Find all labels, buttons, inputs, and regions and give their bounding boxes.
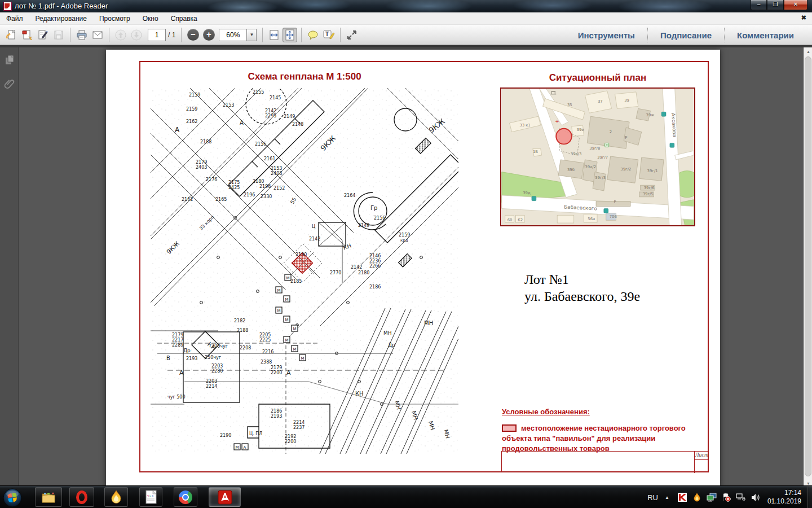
svg-text:2179: 2179 xyxy=(196,160,207,165)
previous-page-button[interactable] xyxy=(113,28,128,42)
zoom-level-control[interactable]: 60% ▼ xyxy=(219,29,257,41)
zoom-in-button[interactable]: + xyxy=(201,28,216,42)
panel-tab[interactable]: Комментарии xyxy=(725,30,806,40)
menu-item[interactable]: Просмотр xyxy=(93,13,136,24)
open-button[interactable] xyxy=(4,28,19,42)
svg-text:2200: 2200 xyxy=(285,439,296,444)
volume-icon[interactable] xyxy=(750,492,761,503)
remote-monitors-icon[interactable] xyxy=(706,492,717,503)
close-button[interactable]: ✕ xyxy=(784,0,807,10)
tray-expand-icon[interactable]: ▲ xyxy=(665,495,669,500)
panel-tab[interactable]: Инструменты xyxy=(566,30,647,40)
legend-swatch-icon xyxy=(502,424,517,432)
menu-item[interactable]: Файл xyxy=(0,13,29,24)
save-button[interactable] xyxy=(51,28,66,42)
network-icon[interactable] xyxy=(735,492,747,503)
svg-text:60: 60 xyxy=(508,218,513,222)
svg-text:2770: 2770 xyxy=(330,270,341,275)
zoom-dropdown-icon[interactable]: ▼ xyxy=(247,29,257,41)
svg-text:2146: 2146 xyxy=(369,253,381,259)
action-center-flag-icon[interactable] xyxy=(721,492,732,503)
start-button[interactable] xyxy=(2,488,23,508)
menu-bar: ФайлРедактированиеПросмотрОкноСправка ✖ xyxy=(0,12,812,25)
svg-text:2: 2 xyxy=(610,130,612,134)
svg-text:2159: 2159 xyxy=(186,107,197,112)
sign-button[interactable] xyxy=(36,28,50,42)
taskbar-explorer-button[interactable] xyxy=(35,487,62,507)
flame-tray-icon[interactable] xyxy=(691,492,703,503)
svg-text:39г/6: 39г/6 xyxy=(644,186,655,190)
svg-text:2192: 2192 xyxy=(285,434,296,439)
svg-text:2145: 2145 xyxy=(270,95,281,100)
taskbar-flame-app-button[interactable] xyxy=(104,487,128,507)
genplan-drawing: ММММММММММА 2159215521532145215921422295… xyxy=(151,88,458,454)
fullscreen-button[interactable] xyxy=(345,28,359,42)
svg-text:2196: 2196 xyxy=(244,192,255,198)
title-bar: лот № 1.pdf - Adobe Reader – ❐ ✕ xyxy=(0,0,812,12)
pdf-page: Схема генплана М 1:500 Ситуационный план xyxy=(106,50,720,488)
fit-width-button[interactable] xyxy=(267,28,281,42)
svg-text:37: 37 xyxy=(598,99,603,104)
minimize-button[interactable]: – xyxy=(751,0,767,10)
svg-text:2188: 2188 xyxy=(237,328,248,333)
next-page-button[interactable] xyxy=(129,28,144,42)
svg-text:2182: 2182 xyxy=(234,318,245,323)
kaspersky-icon[interactable] xyxy=(677,492,688,503)
svg-text:А: А xyxy=(175,126,180,134)
clock[interactable]: 17:14 01.10.2019 xyxy=(767,489,801,506)
svg-text:2237: 2237 xyxy=(293,425,304,430)
scrollbar-thumb[interactable] xyxy=(805,56,811,476)
attachments-icon[interactable] xyxy=(4,78,15,90)
lot-number: Лот №1 xyxy=(524,271,640,288)
svg-text:2153: 2153 xyxy=(223,103,234,108)
svg-text:2185: 2185 xyxy=(290,279,302,284)
scroll-up-icon[interactable]: ▲ xyxy=(804,47,812,56)
vertical-scrollbar[interactable]: ▲ ▼ xyxy=(804,47,812,488)
svg-text:39г/3: 39г/3 xyxy=(595,176,606,180)
comment-button[interactable] xyxy=(306,28,320,42)
svg-text:2186: 2186 xyxy=(271,409,282,414)
sheet-label: Лист xyxy=(695,452,709,460)
svg-text:2403: 2403 xyxy=(271,171,282,176)
svg-text:39е: 39е xyxy=(577,128,584,132)
email-button[interactable] xyxy=(90,28,105,42)
restore-button[interactable]: ❐ xyxy=(767,0,784,10)
language-indicator[interactable]: RU xyxy=(647,493,658,502)
print-button[interactable] xyxy=(74,28,89,42)
svg-text:2214: 2214 xyxy=(293,420,304,425)
svg-text:2164: 2164 xyxy=(344,193,355,198)
close-document-icon[interactable]: ✖ xyxy=(801,14,806,21)
svg-text:2159: 2159 xyxy=(399,233,410,238)
page-thumbnails-icon[interactable] xyxy=(4,54,15,65)
genplan-title: Схема генплана М 1:500 xyxy=(151,71,458,82)
svg-text:Ц. ПЛ: Ц. ПЛ xyxy=(249,431,262,436)
show-desktop-button[interactable] xyxy=(807,486,812,508)
svg-text:М: М xyxy=(277,309,280,313)
text-markup-button[interactable]: T xyxy=(321,28,336,42)
taskbar-chrome-button[interactable] xyxy=(174,487,197,507)
document-viewer: Схема генплана М 1:500 Ситуационный план xyxy=(0,45,812,485)
svg-text:2200: 2200 xyxy=(271,370,282,375)
pdf-app-icon xyxy=(3,2,12,11)
svg-text:2161: 2161 xyxy=(264,156,275,161)
svg-text:2208: 2208 xyxy=(240,345,251,351)
taskbar-adobe-reader-button[interactable] xyxy=(209,487,241,507)
sitplan-title: Ситуационный план xyxy=(500,72,695,84)
fit-page-button[interactable] xyxy=(283,28,297,42)
zoom-out-button[interactable]: − xyxy=(186,28,200,42)
svg-text:2190: 2190 xyxy=(220,433,231,438)
page-number-input[interactable] xyxy=(148,29,166,41)
menu-item[interactable]: Справка xyxy=(165,13,204,24)
svg-text:2214: 2214 xyxy=(206,384,217,389)
svg-text:2190: 2190 xyxy=(295,252,307,257)
svg-text:2425: 2425 xyxy=(228,185,240,190)
svg-text:чуг 500: чуг 500 xyxy=(167,395,185,400)
menu-item[interactable]: Редактирование xyxy=(29,13,93,24)
menu-item[interactable]: Окно xyxy=(136,13,165,24)
svg-text:2149: 2149 xyxy=(284,114,295,119)
taskbar-opera-button[interactable] xyxy=(69,487,94,507)
panel-tab[interactable]: Подписание xyxy=(648,30,724,40)
svg-text:а: а xyxy=(152,494,153,497)
taskbar-texteditor-button[interactable]: чьа xyxy=(139,487,162,507)
create-pdf-button[interactable] xyxy=(20,28,34,42)
